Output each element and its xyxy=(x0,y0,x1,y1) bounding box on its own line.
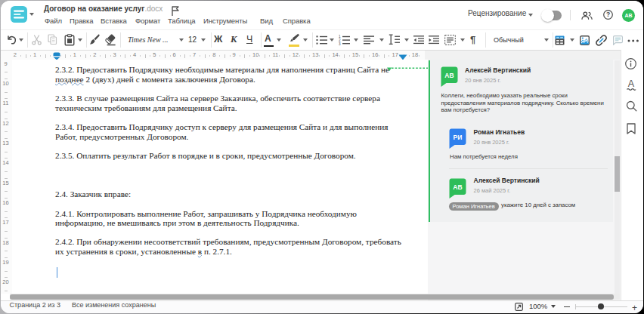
svg-text:АВ: АВ xyxy=(444,72,454,79)
svg-text:?: ? xyxy=(606,11,610,18)
svg-text:АВ: АВ xyxy=(453,183,462,191)
svg-text:А: А xyxy=(628,78,635,89)
svg-text:РИ: РИ xyxy=(454,134,463,141)
svg-text:3: 3 xyxy=(339,42,341,45)
